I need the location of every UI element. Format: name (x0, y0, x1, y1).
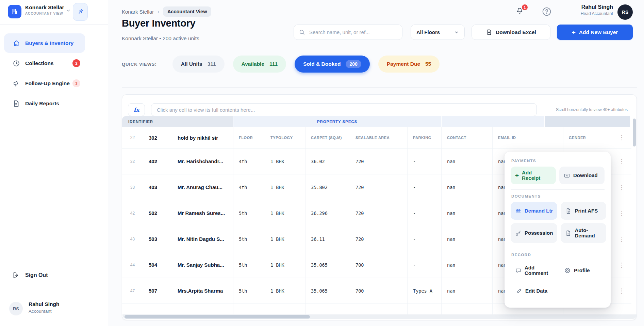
cell-unit[interactable]: 403 (143, 174, 172, 200)
cell-contact[interactable]: nan (442, 226, 493, 252)
cell-carpet[interactable]: 36.11 (306, 304, 350, 314)
cell-sealable[interactable]: 720 (350, 200, 408, 226)
edit-data-button[interactable]: Edit Data (511, 284, 605, 297)
cell-buyer-name[interactable]: hold by nikhil sir (172, 127, 233, 148)
cell-typology[interactable]: 1 BHK (265, 278, 306, 304)
possession-button[interactable]: Possession (511, 223, 557, 243)
cell-unit[interactable]: 504 (143, 252, 172, 278)
cell-serial[interactable]: 42 (122, 200, 143, 226)
chevron-down-icon[interactable] (66, 8, 71, 13)
cell-floor[interactable]: 5th (233, 200, 265, 226)
cell-parking[interactable]: - (408, 149, 442, 174)
vertical-scrollbar-thumb[interactable] (633, 119, 636, 146)
cell-unit[interactable]: 502 (143, 200, 172, 226)
cell-typology[interactable]: 1 BHK (265, 149, 306, 174)
print-afs-button[interactable]: Print AFS (561, 202, 606, 220)
org-switcher[interactable]: Konnark Stellar ACCOUNTANT VIEW (0, 0, 108, 25)
cell-sealable[interactable]: 720 (350, 174, 408, 200)
sidebar-item-buyers-inventory[interactable]: Buyers & Inventory (4, 33, 85, 53)
cell-serial[interactable] (122, 304, 143, 314)
cell-buyer-name[interactable]: Mr. Harishchandr... (172, 149, 233, 174)
row-actions-kebab[interactable]: ⋮ (612, 200, 631, 226)
cell-serial[interactable]: 33 (122, 174, 143, 200)
cell-serial[interactable]: 47 (122, 278, 143, 304)
cell-typology[interactable]: 1 BHK (265, 252, 306, 278)
cell-buyer-name[interactable]: Mrs. Arpita Sh... (172, 304, 233, 314)
cell-serial[interactable]: 22 (122, 127, 143, 148)
cell-sealable[interactable]: 700 (350, 252, 408, 278)
profile-button[interactable]: Profile (560, 261, 605, 280)
cell-typology[interactable]: 1 BHK (265, 200, 306, 226)
cell-sealable[interactable]: 700 (350, 278, 408, 304)
cell-contact[interactable]: nan (442, 200, 493, 226)
cell-floor[interactable]: 5th (233, 252, 265, 278)
cell-parking[interactable]: - (408, 226, 442, 252)
header-avatar[interactable]: RS (617, 4, 633, 20)
cell-serial[interactable]: 44 (122, 252, 143, 278)
cell-contact[interactable] (442, 304, 493, 314)
cell-carpet[interactable]: 36.11 (306, 226, 350, 252)
quick-view-all-units[interactable]: All Units 311 (172, 56, 225, 73)
breadcrumb-current[interactable]: Accountant View (163, 6, 212, 17)
row-actions-kebab[interactable]: ⋮ (612, 174, 631, 200)
cell-contact[interactable]: nan (442, 252, 493, 278)
cell-floor[interactable]: 4th (233, 149, 265, 174)
horizontal-scrollbar-thumb[interactable] (125, 315, 310, 319)
cell-unit[interactable]: 503 (143, 226, 172, 252)
row-actions-kebab[interactable]: ⋮ (612, 278, 631, 304)
floors-filter-select[interactable]: All Floors (411, 25, 465, 40)
breadcrumb-root[interactable]: Konark Stellar (122, 9, 154, 15)
fx-button[interactable]: fx (128, 103, 145, 116)
cell-unit[interactable]: 507 (143, 278, 172, 304)
quick-view-payment-due[interactable]: Payment Due 55 (378, 56, 440, 73)
cell-unit[interactable]: 302 (143, 127, 172, 148)
sidebar-user[interactable]: RS Rahul Singh Accountant (0, 299, 108, 323)
cell-typology[interactable]: 1 BHK (265, 226, 306, 252)
cell-parking[interactable]: - (408, 252, 442, 278)
search-input[interactable] (309, 29, 397, 35)
cell-carpet[interactable]: 36.02 (306, 149, 350, 174)
auto-demand-button[interactable]: Auto-Demand (561, 223, 606, 243)
row-actions-kebab[interactable]: ⋮ (612, 226, 631, 252)
cell-contact[interactable]: nan (442, 174, 493, 200)
help-button[interactable] (542, 6, 552, 17)
download-receipt-button[interactable]: Download (559, 167, 605, 184)
cell-carpet[interactable]: 36.296 (306, 200, 350, 226)
cell-buyer-name[interactable]: Mr. Anurag Chau... (172, 174, 233, 200)
sidebar-item-follow-up-engine[interactable]: Follow-Up Engine 3 (4, 74, 85, 93)
cell-carpet[interactable]: 35.802 (306, 174, 350, 200)
cell-contact[interactable]: nan (442, 278, 493, 304)
cell-parking[interactable] (408, 304, 442, 314)
cell-contact[interactable]: nan (442, 149, 493, 174)
demand-letter-button[interactable]: Demand Ltr (511, 202, 557, 220)
cell-floor[interactable]: 5th (233, 304, 265, 314)
cell-sealable[interactable]: 720 (350, 149, 408, 174)
notifications-button[interactable]: 1 (515, 6, 528, 19)
cell-parking[interactable]: Types A (408, 278, 442, 304)
cell-floor[interactable]: 5th (233, 226, 265, 252)
cell-unit[interactable]: 508 (143, 304, 172, 314)
add-comment-button[interactable]: Add Comment (511, 261, 556, 280)
cell-floor[interactable]: 5th (233, 278, 265, 304)
formula-bar-input[interactable] (151, 103, 537, 116)
row-actions-kebab[interactable]: ⋮ (612, 252, 631, 278)
cell-serial[interactable]: 43 (122, 226, 143, 252)
row-actions-kebab[interactable]: ⋮ (612, 149, 631, 174)
cell-typology[interactable]: 1 BHK (265, 174, 306, 200)
cell-buyer-name[interactable]: Mr Ramesh Sures... (172, 200, 233, 226)
cell-parking[interactable]: - (408, 174, 442, 200)
cell-buyer-name[interactable]: Mrs.Arpita Sharma (172, 278, 233, 304)
cell-unit[interactable]: 402 (143, 149, 172, 174)
cell-sealable[interactable]: 710 (350, 304, 408, 314)
cell-typology[interactable]: 1 BHK (265, 304, 306, 314)
cell-parking[interactable]: - (408, 200, 442, 226)
cell-floor[interactable]: 4th (233, 174, 265, 200)
pin-sidebar-button[interactable] (73, 3, 88, 21)
quick-view-sold-booked[interactable]: Sold & Booked 200 (295, 56, 370, 73)
sidebar-item-collections[interactable]: Collections 2 (4, 53, 85, 73)
quick-view-available[interactable]: Available 111 (233, 56, 286, 73)
cell-buyer-name[interactable]: Mr. Nitin Dagdu S... (172, 226, 233, 252)
sidebar-item-daily-reports[interactable]: Daily Reports (4, 94, 85, 113)
cell-serial[interactable]: 32 (122, 149, 143, 174)
cell-carpet[interactable]: 35.065 (306, 278, 350, 304)
